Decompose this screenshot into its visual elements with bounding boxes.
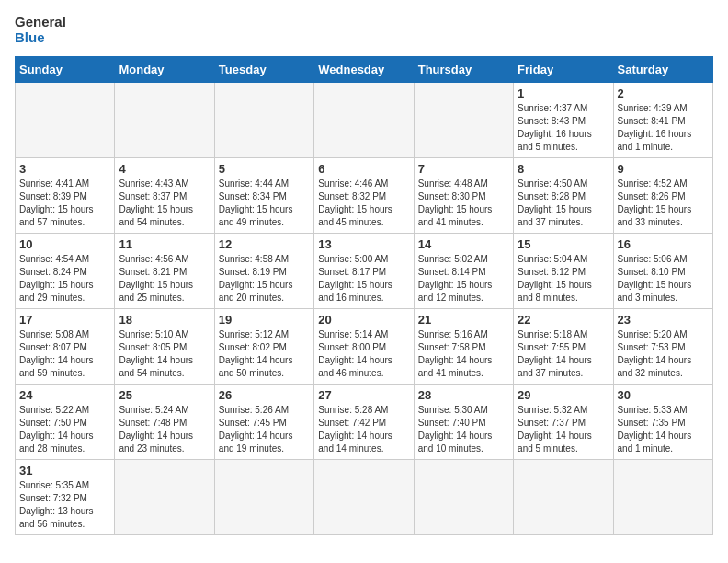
calendar-week-1: 1Sunrise: 4:37 AM Sunset: 8:43 PM Daylig… <box>16 83 713 158</box>
calendar-cell <box>214 460 313 535</box>
calendar-cell: 4Sunrise: 4:43 AM Sunset: 8:37 PM Daylig… <box>115 158 214 234</box>
calendar-cell: 28Sunrise: 5:30 AM Sunset: 7:40 PM Dayli… <box>414 385 513 460</box>
day-info: Sunrise: 4:39 AM Sunset: 8:41 PM Dayligh… <box>618 102 709 154</box>
day-info: Sunrise: 5:14 AM Sunset: 8:00 PM Dayligh… <box>318 328 409 380</box>
day-number: 25 <box>119 388 210 402</box>
calendar-cell: 9Sunrise: 4:52 AM Sunset: 8:26 PM Daylig… <box>613 158 712 234</box>
day-info: Sunrise: 4:58 AM Sunset: 8:19 PM Dayligh… <box>219 253 310 304</box>
logo-general-text: General <box>15 15 66 30</box>
day-info: Sunrise: 4:50 AM Sunset: 8:28 PM Dayligh… <box>518 178 609 229</box>
day-number: 13 <box>318 237 409 251</box>
day-number: 28 <box>418 388 509 402</box>
day-number: 17 <box>19 313 110 327</box>
logo: General Blue General Blue <box>15 15 66 45</box>
weekday-header-friday: Friday <box>514 57 613 83</box>
day-number: 26 <box>219 388 310 402</box>
day-number: 31 <box>19 464 110 477</box>
calendar-cell: 3Sunrise: 4:41 AM Sunset: 8:39 PM Daylig… <box>16 158 115 234</box>
weekday-header-row: SundayMondayTuesdayWednesdayThursdayFrid… <box>16 57 713 83</box>
day-info: Sunrise: 5:20 AM Sunset: 7:53 PM Dayligh… <box>618 328 709 380</box>
day-info: Sunrise: 5:33 AM Sunset: 7:35 PM Dayligh… <box>618 404 709 455</box>
day-number: 20 <box>318 313 409 327</box>
day-info: Sunrise: 5:12 AM Sunset: 8:02 PM Dayligh… <box>219 328 310 380</box>
day-info: Sunrise: 4:44 AM Sunset: 8:34 PM Dayligh… <box>219 178 310 229</box>
day-number: 21 <box>418 313 509 327</box>
calendar-cell: 1Sunrise: 4:37 AM Sunset: 8:43 PM Daylig… <box>514 83 613 158</box>
calendar-cell <box>514 460 613 535</box>
calendar-cell: 8Sunrise: 4:50 AM Sunset: 8:28 PM Daylig… <box>514 158 613 234</box>
calendar-week-2: 3Sunrise: 4:41 AM Sunset: 8:39 PM Daylig… <box>16 158 713 234</box>
calendar-week-4: 17Sunrise: 5:08 AM Sunset: 8:07 PM Dayli… <box>16 309 713 385</box>
calendar-cell: 13Sunrise: 5:00 AM Sunset: 8:17 PM Dayli… <box>314 234 414 309</box>
day-info: Sunrise: 5:00 AM Sunset: 8:17 PM Dayligh… <box>318 253 409 304</box>
day-info: Sunrise: 5:28 AM Sunset: 7:42 PM Dayligh… <box>318 404 409 455</box>
day-number: 3 <box>19 162 110 176</box>
weekday-header-monday: Monday <box>115 57 214 83</box>
calendar-cell: 29Sunrise: 5:32 AM Sunset: 7:37 PM Dayli… <box>514 385 613 460</box>
day-number: 30 <box>618 388 709 402</box>
calendar-cell: 24Sunrise: 5:22 AM Sunset: 7:50 PM Dayli… <box>16 385 115 460</box>
calendar-cell: 11Sunrise: 4:56 AM Sunset: 8:21 PM Dayli… <box>115 234 214 309</box>
calendar-cell: 7Sunrise: 4:48 AM Sunset: 8:30 PM Daylig… <box>414 158 513 234</box>
calendar-cell: 10Sunrise: 4:54 AM Sunset: 8:24 PM Dayli… <box>16 234 115 309</box>
day-info: Sunrise: 5:30 AM Sunset: 7:40 PM Dayligh… <box>418 404 509 455</box>
calendar-cell <box>115 460 214 535</box>
day-info: Sunrise: 4:52 AM Sunset: 8:26 PM Dayligh… <box>618 178 709 229</box>
calendar-cell: 25Sunrise: 5:24 AM Sunset: 7:48 PM Dayli… <box>115 385 214 460</box>
day-info: Sunrise: 5:08 AM Sunset: 8:07 PM Dayligh… <box>19 328 110 380</box>
calendar-cell: 30Sunrise: 5:33 AM Sunset: 7:35 PM Dayli… <box>613 385 712 460</box>
calendar-cell: 12Sunrise: 4:58 AM Sunset: 8:19 PM Dayli… <box>214 234 313 309</box>
day-number: 15 <box>518 237 609 251</box>
day-number: 14 <box>418 237 509 251</box>
calendar-cell: 15Sunrise: 5:04 AM Sunset: 8:12 PM Dayli… <box>514 234 613 309</box>
day-number: 7 <box>418 162 509 176</box>
calendar-cell: 22Sunrise: 5:18 AM Sunset: 7:55 PM Dayli… <box>514 309 613 385</box>
calendar-cell <box>414 83 513 158</box>
calendar-cell: 19Sunrise: 5:12 AM Sunset: 8:02 PM Dayli… <box>214 309 313 385</box>
day-number: 4 <box>119 162 210 176</box>
day-number: 5 <box>219 162 310 176</box>
day-info: Sunrise: 5:02 AM Sunset: 8:14 PM Dayligh… <box>418 253 509 304</box>
calendar-cell: 31Sunrise: 5:35 AM Sunset: 7:32 PM Dayli… <box>16 460 115 535</box>
calendar-cell: 23Sunrise: 5:20 AM Sunset: 7:53 PM Dayli… <box>613 309 712 385</box>
calendar-week-3: 10Sunrise: 4:54 AM Sunset: 8:24 PM Dayli… <box>16 234 713 309</box>
day-number: 1 <box>518 86 609 100</box>
day-info: Sunrise: 4:43 AM Sunset: 8:37 PM Dayligh… <box>119 178 210 229</box>
calendar-cell: 26Sunrise: 5:26 AM Sunset: 7:45 PM Dayli… <box>214 385 313 460</box>
day-info: Sunrise: 5:24 AM Sunset: 7:48 PM Dayligh… <box>119 404 210 455</box>
day-info: Sunrise: 5:16 AM Sunset: 7:58 PM Dayligh… <box>418 328 509 380</box>
calendar-cell: 18Sunrise: 5:10 AM Sunset: 8:05 PM Dayli… <box>115 309 214 385</box>
calendar-cell: 5Sunrise: 4:44 AM Sunset: 8:34 PM Daylig… <box>214 158 313 234</box>
day-number: 23 <box>618 313 709 327</box>
day-info: Sunrise: 5:10 AM Sunset: 8:05 PM Dayligh… <box>119 328 210 380</box>
day-number: 27 <box>318 388 409 402</box>
day-number: 12 <box>219 237 310 251</box>
day-info: Sunrise: 4:41 AM Sunset: 8:39 PM Dayligh… <box>19 178 110 229</box>
day-number: 2 <box>618 86 709 100</box>
weekday-header-tuesday: Tuesday <box>214 57 313 83</box>
calendar-cell <box>314 83 414 158</box>
calendar-cell <box>414 460 513 535</box>
calendar-cell <box>613 460 712 535</box>
weekday-header-wednesday: Wednesday <box>314 57 414 83</box>
calendar-cell: 16Sunrise: 5:06 AM Sunset: 8:10 PM Dayli… <box>613 234 712 309</box>
calendar-cell: 6Sunrise: 4:46 AM Sunset: 8:32 PM Daylig… <box>314 158 414 234</box>
day-number: 16 <box>618 237 709 251</box>
day-number: 19 <box>219 313 310 327</box>
calendar-cell: 2Sunrise: 4:39 AM Sunset: 8:41 PM Daylig… <box>613 83 712 158</box>
day-number: 8 <box>518 162 609 176</box>
day-number: 29 <box>518 388 609 402</box>
calendar-cell: 27Sunrise: 5:28 AM Sunset: 7:42 PM Dayli… <box>314 385 414 460</box>
day-info: Sunrise: 4:46 AM Sunset: 8:32 PM Dayligh… <box>318 178 409 229</box>
day-info: Sunrise: 5:06 AM Sunset: 8:10 PM Dayligh… <box>618 253 709 304</box>
weekday-header-thursday: Thursday <box>414 57 513 83</box>
day-number: 22 <box>518 313 609 327</box>
logo-blue-text: Blue <box>15 30 66 46</box>
weekday-header-saturday: Saturday <box>613 57 712 83</box>
day-number: 10 <box>19 237 110 251</box>
day-number: 6 <box>318 162 409 176</box>
calendar-week-6: 31Sunrise: 5:35 AM Sunset: 7:32 PM Dayli… <box>16 460 713 535</box>
day-info: Sunrise: 5:32 AM Sunset: 7:37 PM Dayligh… <box>518 404 609 455</box>
calendar-cell: 17Sunrise: 5:08 AM Sunset: 8:07 PM Dayli… <box>16 309 115 385</box>
day-number: 9 <box>618 162 709 176</box>
